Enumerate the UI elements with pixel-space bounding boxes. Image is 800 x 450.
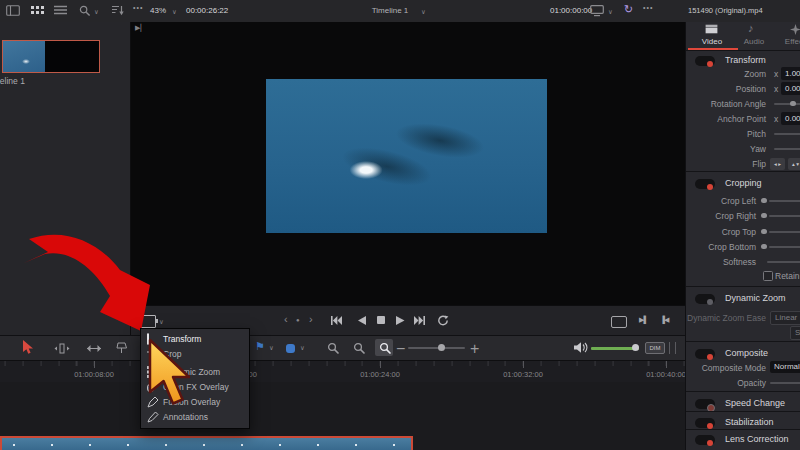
transform-toggle[interactable] [695,56,715,66]
flag-icon[interactable]: ⚑ [255,340,265,353]
flip-horizontal-button[interactable]: ◂ ▸ [770,158,785,170]
refresh-icon[interactable]: ↻ [624,3,633,16]
lens-correction-toggle[interactable] [695,435,715,445]
composite-section-header: Composite [686,346,800,362]
menu-item-dynamic-zoom[interactable]: Dynamic Zoom [141,364,247,379]
speed-change-toggle[interactable] [695,399,715,409]
trim-edit-icon[interactable] [54,343,70,354]
volume-handle[interactable] [632,344,639,351]
dim-button[interactable]: DIM [645,342,665,354]
video-clip[interactable] [0,436,413,450]
razor-tool-icon[interactable] [116,342,128,354]
goto-out-button[interactable]: ▐◀ [660,316,668,324]
timeline-selector[interactable]: Timeline 1 [362,6,418,15]
rotation-slider[interactable] [774,103,800,105]
stabilization-toggle[interactable] [695,418,715,428]
clip-strip-view-icon[interactable] [6,5,20,16]
cropping-toggle[interactable] [695,179,715,189]
last-frame-button[interactable] [414,316,425,325]
timeline-viewer: ▶▏ [131,22,685,305]
search-icon[interactable] [79,5,91,17]
timeline-chevron-icon[interactable]: ∨ [421,8,426,16]
crop-left-slider[interactable] [769,200,800,202]
opacity-slider[interactable] [770,382,800,384]
anchor-value-field[interactable]: 0.00 [781,112,800,125]
crop-top-handle[interactable] [761,229,767,235]
play-button[interactable] [396,316,405,325]
prev-keyframe-button[interactable]: ‹ [284,313,288,325]
crop-bottom-handle[interactable] [761,244,767,250]
menu-item-open-fx-overlay[interactable]: fx Open FX Overlay [141,379,247,394]
timeline-thumbnail[interactable] [2,40,100,73]
play-reverse-button[interactable] [357,316,366,325]
tab-video[interactable]: Video [690,37,734,46]
menu-item-fusion-overlay[interactable]: Fusion Overlay [141,394,247,409]
tab-audio[interactable]: Audio [732,37,776,46]
composite-mode-dropdown[interactable]: Normal [770,361,800,373]
ruler-label: 01:00:24:00 [355,370,405,379]
marker-chevron-icon[interactable]: ∨ [300,344,305,352]
list-view-icon[interactable] [54,5,67,15]
tab-effects[interactable]: Effects [775,37,800,46]
timeline-ruler[interactable]: 01:00:08:00 01:00:16:00 01:00:24:00 01:0… [0,360,685,383]
ruler-label: 01:00:32:00 [498,370,548,379]
expand-icon[interactable]: ▶▏ [135,24,146,32]
row-crop-bottom: Crop Bottom [686,240,800,254]
retain-checkbox[interactable] [763,271,773,281]
panel-grip[interactable] [669,342,676,354]
keyframe-icon[interactable]: ● [296,317,300,323]
thumbnail-view-icon[interactable] [31,5,44,15]
swap-button[interactable]: Swap [790,326,800,340]
effects-tab-icon [790,24,800,35]
composite-toggle[interactable] [695,349,715,359]
zoom-in-icon[interactable]: + [470,340,479,358]
viewer-header-bar: ∨ ••• 43% ∨ 00:00:26:22 Timeline 1 ∨ 01:… [0,0,800,23]
crop-right-handle[interactable] [761,213,767,219]
dynamic-trim-icon[interactable] [86,343,102,354]
softness-slider[interactable] [767,261,800,263]
goto-in-button[interactable]: ▶▌ [639,316,647,324]
match-frame-button[interactable] [611,316,627,328]
timeline-zoom-handle[interactable] [438,344,445,351]
monitor-icon[interactable] [590,5,604,17]
menu-item-transform[interactable]: Transform [141,331,247,346]
crop-right-slider[interactable] [769,215,800,217]
yaw-slider[interactable] [774,148,800,150]
next-keyframe-button[interactable]: › [309,313,313,325]
marker-icon[interactable] [286,344,295,353]
transform-tool-button[interactable] [139,315,156,328]
row-position: Position x 0.00 [686,82,800,96]
sort-icon[interactable] [111,5,125,16]
ease-dropdown[interactable]: Linear [770,311,800,325]
flag-chevron-icon[interactable]: ∨ [269,344,274,352]
pitch-slider[interactable] [774,133,800,135]
zoom-chevron-icon[interactable]: ∨ [172,8,177,16]
crop-left-handle[interactable] [761,198,767,204]
first-frame-button[interactable] [331,316,342,325]
speaker-icon[interactable] [573,341,588,354]
loop-button[interactable] [437,315,449,326]
viewer-options-icon[interactable]: ••• [643,4,653,11]
zoom-custom-icon[interactable] [379,342,392,355]
dynamic-zoom-section-header: Dynamic Zoom [686,291,800,307]
selection-tool-icon[interactable] [22,340,35,355]
rotation-handle[interactable] [790,101,796,107]
dynamic-zoom-toggle[interactable] [695,294,715,304]
flip-vertical-button[interactable]: ▴ ▾ [788,158,800,170]
zoom-value-field[interactable]: 1.00 [781,67,800,80]
zoom-out-icon[interactable]: − [396,340,405,358]
viewer-zoom-level[interactable]: 43% [150,6,166,15]
media-pool-options-icon[interactable]: ••• [133,4,143,11]
timeline-zoom-slider[interactable] [408,347,465,349]
menu-item-crop[interactable]: Crop [141,346,247,361]
crop-bottom-slider[interactable] [769,246,800,248]
monitor-chevron-icon[interactable]: ∨ [608,8,613,16]
transform-tool-chevron-icon[interactable]: ∨ [159,318,164,326]
menu-item-annotations[interactable]: Annotations [141,409,247,424]
position-value-field[interactable]: 0.00 [781,82,800,95]
zoom-fit-icon[interactable] [327,342,340,355]
crop-top-slider[interactable] [769,231,800,233]
zoom-detail-icon[interactable] [353,342,366,355]
stop-button[interactable] [377,316,385,324]
search-chevron-icon[interactable]: ∨ [94,8,99,16]
